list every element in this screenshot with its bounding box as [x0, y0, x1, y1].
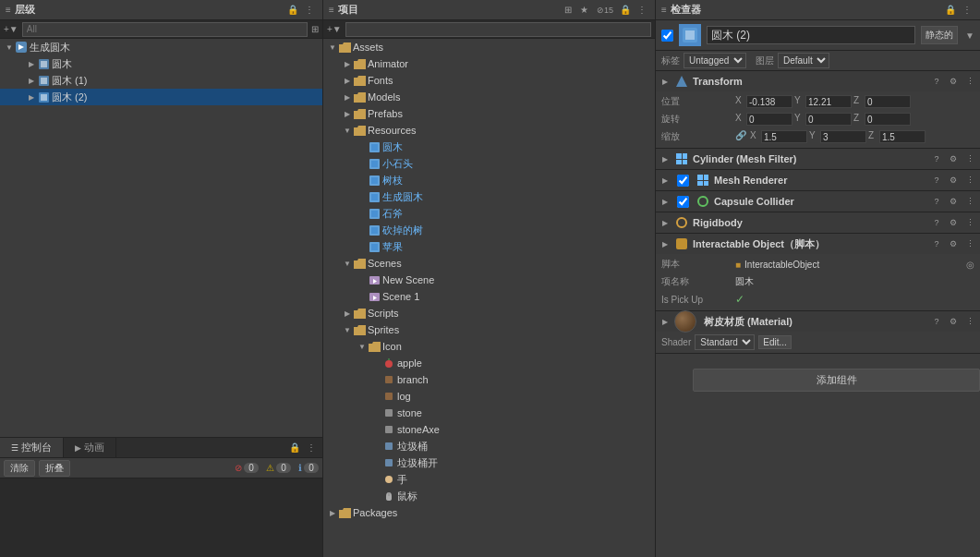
project-shitou-prefab[interactable]: ▶ 小石头 — [323, 155, 655, 172]
io-help-btn[interactable]: ? — [930, 237, 943, 250]
pos-x-input[interactable] — [746, 95, 792, 108]
project-sprites[interactable]: ▼ Sprites — [323, 321, 655, 338]
mr-enabled-checkbox[interactable] — [677, 175, 689, 187]
project-models[interactable]: ▶ Models — [323, 89, 655, 105]
project-fonts[interactable]: ▶ Fonts — [323, 72, 655, 89]
transform-help-btn[interactable]: ? — [930, 75, 943, 88]
mesh-renderer-header[interactable]: ▶ Mesh Renderer ? ⚙ ⋮ — [656, 170, 980, 190]
project-apple-sprite[interactable]: ▶ apple — [323, 355, 655, 371]
project-mouse-sprite[interactable]: ▶ 鼠标 — [323, 488, 655, 504]
project-log-sprite[interactable]: ▶ log — [323, 388, 655, 405]
project-kan-prefab[interactable]: ▶ 砍掉的树 — [323, 222, 655, 238]
project-trash-sprite[interactable]: ▶ 垃圾桶 — [323, 438, 655, 454]
rb-help-btn[interactable]: ? — [930, 216, 943, 229]
static-btn[interactable]: 静态的 — [921, 26, 958, 44]
mr-help-btn[interactable]: ? — [930, 174, 943, 187]
shader-edit-btn[interactable]: Edit... — [758, 335, 792, 349]
project-stoneaxe-sprite[interactable]: ▶ stoneAxe — [323, 421, 655, 438]
mr-settings-btn[interactable]: ⚙ — [947, 174, 960, 187]
hierarchy-add-btn[interactable]: +▼ — [4, 24, 18, 34]
cc-settings-btn[interactable]: ⚙ — [947, 195, 960, 208]
project-branch-sprite[interactable]: ▶ branch — [323, 371, 655, 388]
io-header[interactable]: ▶ Interactable Object（脚本） ? ⚙ ⋮ — [656, 234, 980, 254]
rot-z-input[interactable] — [865, 113, 911, 126]
shader-select[interactable]: Standard — [695, 334, 755, 350]
project-scene1[interactable]: ▶ Scene 1 — [323, 288, 655, 305]
pos-y-input[interactable] — [805, 95, 852, 108]
inspector-lock-btn[interactable]: 🔒 — [943, 3, 958, 18]
mr-more-btn[interactable]: ⋮ — [963, 174, 976, 187]
io-script-select-btn[interactable]: ◎ — [966, 260, 974, 270]
bottom-menu-btn[interactable]: ⋮ — [304, 441, 319, 455]
project-search-input[interactable] — [345, 22, 651, 37]
project-animator[interactable]: ▶ Animator — [323, 55, 655, 72]
hierarchy-item-yuanmu2[interactable]: ▶ 圆木 (2) — [0, 89, 322, 105]
rigidbody-header[interactable]: ▶ Rigidbody ? ⚙ ⋮ — [656, 212, 980, 233]
tag-select[interactable]: Untagged — [684, 53, 746, 68]
scale-y-input[interactable] — [820, 130, 866, 143]
hierarchy-scene-root[interactable]: ▼ 生成圆木 — [0, 39, 322, 55]
console-fold-btn[interactable]: 折叠 — [39, 460, 70, 477]
project-view-btn[interactable]: ⊞ — [561, 3, 575, 18]
project-hand-sprite[interactable]: ▶ 手 — [323, 471, 655, 488]
project-scripts[interactable]: ▶ Scripts — [323, 305, 655, 321]
project-assets-root[interactable]: ▼ Assets — [323, 39, 655, 55]
cylinder-help-btn[interactable]: ? — [930, 152, 943, 165]
rb-settings-btn[interactable]: ⚙ — [947, 216, 960, 229]
static-dropdown[interactable]: ▼ — [965, 30, 974, 41]
rot-x-input[interactable] — [746, 113, 792, 126]
project-menu-btn[interactable]: ⋮ — [635, 3, 649, 18]
project-pingguo-prefab[interactable]: ▶ 苹果 — [323, 238, 655, 255]
project-trashopen-sprite[interactable]: ▶ 垃圾桶开 — [323, 454, 655, 471]
scale-x-input[interactable] — [761, 130, 807, 143]
project-lock-btn[interactable]: 🔒 — [618, 3, 633, 18]
project-packages[interactable]: ▶ Packages — [323, 504, 655, 521]
mat-settings-btn[interactable]: ⚙ — [947, 315, 960, 328]
capsule-header[interactable]: ▶ Capsule Collider ? ⚙ ⋮ — [656, 191, 980, 212]
animation-tab[interactable]: ▶ 动画 — [64, 438, 116, 457]
cylinder-more-btn[interactable]: ⋮ — [963, 152, 976, 165]
hierarchy-lock-btn[interactable]: 🔒 — [285, 3, 300, 18]
project-resources[interactable]: ▼ Resources — [323, 122, 655, 139]
project-stone-sprite[interactable]: ▶ stone — [323, 405, 655, 421]
mat-help-btn[interactable]: ? — [930, 315, 943, 328]
bottom-lock-btn[interactable]: 🔒 — [287, 441, 302, 455]
console-tab[interactable]: ☰ 控制台 — [0, 438, 64, 457]
project-new-scene[interactable]: ▶ New Scene — [323, 272, 655, 288]
transform-more-btn[interactable]: ⋮ — [963, 75, 976, 88]
cc-enabled-checkbox[interactable] — [677, 196, 689, 208]
project-shuzhi-prefab[interactable]: ▶ 树枝 — [323, 172, 655, 188]
rb-more-btn[interactable]: ⋮ — [963, 216, 976, 229]
project-shifu-prefab[interactable]: ▶ 石斧 — [323, 205, 655, 222]
transform-header[interactable]: ▶ Transform ? ⚙ ⋮ — [656, 71, 980, 91]
cylinder-settings-btn[interactable]: ⚙ — [947, 152, 960, 165]
console-clear-btn[interactable]: 清除 — [4, 460, 35, 477]
pos-z-input[interactable] — [865, 95, 911, 108]
add-component-btn[interactable]: 添加组件 — [693, 369, 980, 392]
material-header[interactable]: ▶ 树皮材质 (Material) ? ⚙ ⋮ — [656, 311, 980, 332]
mat-more-btn[interactable]: ⋮ — [963, 315, 976, 328]
project-shengyuan-prefab[interactable]: ▶ 生成圆木 ← — [323, 188, 655, 205]
hierarchy-layout-btn[interactable]: ⊞ — [311, 24, 319, 34]
cc-more-btn[interactable]: ⋮ — [963, 195, 976, 208]
layer-select[interactable]: Default — [778, 53, 829, 68]
transform-settings-btn[interactable]: ⚙ — [947, 75, 960, 88]
object-enabled-checkbox[interactable] — [661, 30, 673, 42]
hierarchy-item-yuanmu[interactable]: ▶ 圆木 — [0, 55, 322, 72]
rot-y-input[interactable] — [805, 113, 852, 126]
project-icon-folder[interactable]: ▼ Icon — [323, 338, 655, 355]
io-settings-btn[interactable]: ⚙ — [947, 237, 960, 250]
object-name-input[interactable] — [707, 26, 915, 44]
hierarchy-item-yuanmu1[interactable]: ▶ 圆木 (1) — [0, 72, 322, 89]
cc-help-btn[interactable]: ? — [930, 195, 943, 208]
inspector-menu-btn[interactable]: ⋮ — [960, 3, 974, 18]
hierarchy-search-input[interactable] — [22, 22, 308, 37]
hierarchy-menu-btn[interactable]: ⋮ — [302, 3, 317, 18]
project-fav-btn[interactable]: ★ — [577, 3, 592, 18]
project-prefabs[interactable]: ▶ Prefabs — [323, 105, 655, 122]
project-add-btn[interactable]: +▼ — [327, 24, 342, 34]
io-more-btn[interactable]: ⋮ — [963, 237, 976, 250]
project-yuanmu-prefab[interactable]: ▶ 圆木 ← — [323, 139, 655, 155]
project-scenes[interactable]: ▼ Scenes — [323, 255, 655, 272]
scale-z-input[interactable] — [879, 130, 926, 143]
